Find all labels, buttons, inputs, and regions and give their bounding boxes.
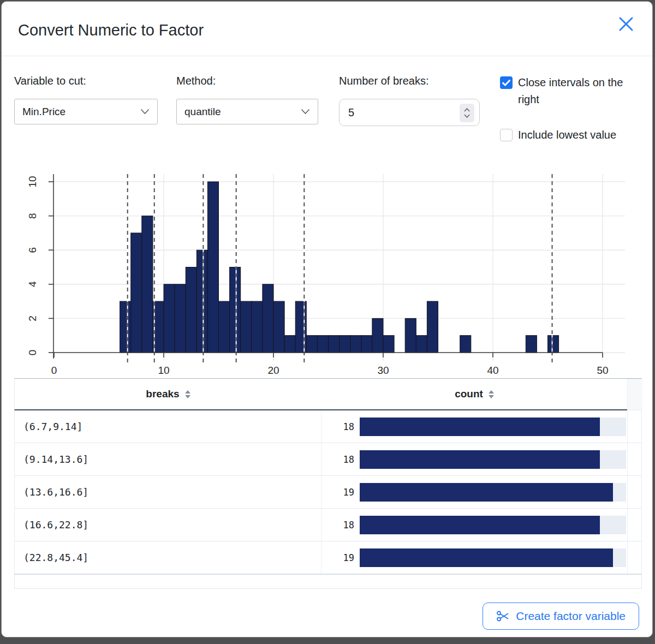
histogram-chart: 010203040500246810 — [2, 161, 653, 378]
dialog-header: Convert Numeric to Factor — [2, 2, 652, 56]
number-of-breaks-label: Number of breaks: — [339, 75, 429, 87]
include-lowest-checkbox-row[interactable]: Include lowest value — [500, 127, 643, 144]
sort-icon — [489, 390, 494, 398]
dialog-title: Convert Numeric to Factor — [18, 21, 204, 39]
row-filler-cell — [627, 541, 642, 574]
svg-text:0: 0 — [27, 350, 38, 356]
row-filler-cell — [627, 509, 642, 541]
row-filler-cell — [627, 476, 642, 508]
svg-text:50: 50 — [597, 365, 608, 376]
column-header-breaks[interactable]: breaks — [15, 379, 321, 409]
count-bar-track — [360, 516, 626, 534]
convert-numeric-dialog: Convert Numeric to Factor Variable to cu… — [1, 1, 653, 637]
screen-background: { "modal": { "title": "Convert Numeric t… — [0, 0, 655, 644]
variable-select[interactable]: Min.Price — [14, 99, 158, 124]
count-value: 18 — [328, 454, 354, 465]
controls-panel: Variable to cut: Min.Price Method: quant… — [2, 56, 652, 161]
close-intervals-checkbox[interactable] — [500, 76, 513, 89]
count-value: 18 — [328, 421, 354, 432]
column-header-count[interactable]: count — [321, 379, 627, 409]
method-select-value: quantile — [184, 106, 221, 118]
breaks-cell: (13.6,16.6] — [15, 476, 321, 508]
count-value: 19 — [328, 487, 354, 498]
number-stepper[interactable] — [460, 104, 474, 122]
count-bar — [360, 483, 613, 502]
svg-text:2: 2 — [27, 315, 38, 321]
method-label: Method: — [176, 75, 216, 87]
table-header-row: breaks count — [14, 378, 642, 410]
chevron-down-icon — [301, 109, 310, 115]
breaks-table: breaks count (6.7,9.14]18(9.14,13.6]18(1… — [14, 378, 642, 589]
close-button[interactable] — [615, 14, 637, 35]
row-filler-cell — [627, 410, 642, 443]
count-header-label: count — [455, 388, 483, 400]
close-icon — [616, 14, 636, 34]
row-filler-cell — [627, 443, 642, 475]
svg-text:40: 40 — [487, 365, 498, 376]
method-select[interactable]: quantile — [176, 99, 318, 124]
scissors-icon — [496, 610, 509, 623]
svg-text:30: 30 — [377, 365, 389, 376]
svg-text:6: 6 — [27, 247, 38, 253]
number-of-breaks-input[interactable]: 5 — [339, 99, 480, 126]
count-cell: 19 — [321, 476, 627, 508]
stepper-up-icon — [464, 108, 470, 112]
variable-label: Variable to cut: — [14, 75, 86, 87]
histogram-svg: 010203040500246810 — [2, 161, 653, 378]
number-of-breaks-value: 5 — [348, 106, 354, 119]
checkmark-icon — [502, 80, 510, 86]
count-bar — [360, 418, 600, 436]
table-body: (6.7,9.14]18(9.14,13.6]18(13.6,16.6]19(1… — [14, 410, 642, 574]
count-value: 18 — [328, 520, 354, 530]
svg-text:4: 4 — [27, 281, 38, 287]
breaks-cell: (9.14,13.6] — [15, 443, 321, 475]
count-cell: 18 — [321, 443, 627, 475]
count-bar-track — [360, 548, 626, 567]
breaks-header-label: breaks — [146, 388, 179, 400]
close-intervals-checkbox-row[interactable]: Close intervals on the right — [500, 74, 643, 108]
count-bar-track — [360, 450, 626, 469]
count-cell: 18 — [321, 509, 627, 541]
breaks-cell: (6.7,9.14] — [15, 410, 321, 443]
svg-text:20: 20 — [267, 365, 279, 376]
table-row[interactable]: (13.6,16.6]19 — [14, 476, 642, 509]
include-lowest-checkbox[interactable] — [500, 129, 513, 141]
sort-icon — [185, 390, 190, 398]
svg-text:10: 10 — [158, 365, 169, 376]
count-cell: 18 — [321, 410, 627, 443]
table-header-filler — [627, 379, 642, 410]
table-row[interactable]: (6.7,9.14]18 — [14, 410, 642, 443]
table-row[interactable]: (9.14,13.6]18 — [14, 443, 642, 476]
variable-select-value: Min.Price — [22, 106, 66, 118]
include-lowest-label: Include lowest value — [518, 127, 616, 144]
count-bar-track — [360, 483, 626, 502]
breaks-cell: (16.6,22.8] — [15, 509, 321, 541]
table-row[interactable]: (22.8,45.4]19 — [14, 541, 642, 574]
svg-text:8: 8 — [27, 213, 38, 219]
create-factor-variable-button[interactable]: Create factor variable — [483, 603, 639, 630]
create-factor-variable-label: Create factor variable — [516, 610, 626, 623]
count-bar-track — [360, 418, 626, 436]
svg-text:0: 0 — [51, 365, 57, 376]
count-value: 19 — [328, 552, 354, 563]
close-intervals-label: Close intervals on the right — [518, 74, 643, 108]
chevron-down-icon — [140, 109, 150, 115]
count-bar — [360, 450, 600, 469]
count-bar — [360, 516, 600, 534]
svg-text:10: 10 — [27, 176, 38, 187]
count-cell: 19 — [321, 541, 627, 574]
stepper-down-icon — [464, 114, 470, 118]
count-bar — [360, 548, 613, 567]
table-footer-strip — [14, 574, 642, 589]
table-row[interactable]: (16.6,22.8]18 — [14, 509, 642, 541]
breaks-cell: (22.8,45.4] — [15, 541, 321, 574]
